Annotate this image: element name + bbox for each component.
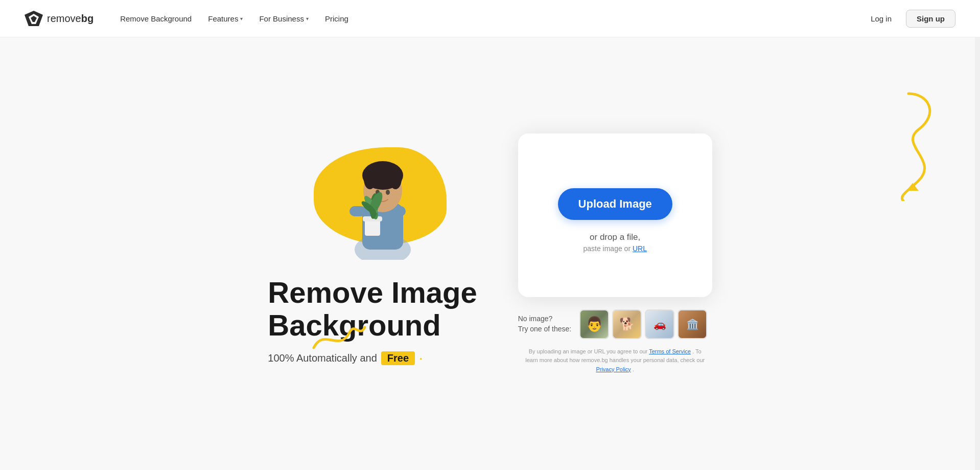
terms-of-service-link[interactable]: Terms of Service — [649, 348, 691, 354]
hero-title: Remove Image Background — [268, 276, 477, 342]
upload-card: Upload Image or drop a file, paste image… — [518, 133, 712, 297]
upload-image-button[interactable]: Upload Image — [558, 188, 672, 220]
signup-button[interactable]: Sign up — [906, 10, 955, 28]
svg-marker-3 — [906, 183, 919, 191]
logo-text: removebg — [47, 13, 94, 25]
left-section: Remove Image Background 100% Automatical… — [268, 142, 477, 366]
hero-person-illustration — [298, 142, 457, 260]
login-button[interactable]: Log in — [862, 10, 900, 27]
sample-thumb-dog[interactable] — [612, 309, 642, 339]
sample-thumb-building[interactable] — [678, 309, 707, 339]
legal-text: By uploading an image or URL you agree t… — [523, 347, 707, 374]
logo[interactable]: removebg — [25, 11, 94, 26]
navbar: removebg Remove Background Features ▾ Fo… — [0, 0, 980, 37]
svg-point-11 — [389, 169, 402, 189]
main-content: Remove Image Background 100% Automatical… — [0, 37, 980, 470]
sample-images — [579, 309, 707, 339]
privacy-policy-link[interactable]: Privacy Policy — [596, 366, 631, 372]
nav-left: removebg Remove Background Features ▾ Fo… — [25, 10, 355, 27]
deco-top-right — [868, 88, 949, 203]
nav-for-business[interactable]: For Business ▾ — [253, 10, 315, 27]
drop-text: or drop a file, — [590, 232, 640, 242]
scrollbar[interactable] — [975, 0, 980, 470]
sample-label: No image? Try one of these: — [518, 314, 572, 334]
bottom-squiggle-decoration — [309, 312, 370, 355]
nav-right: Log in Sign up — [862, 10, 955, 28]
svg-point-10 — [364, 169, 376, 189]
svg-point-13 — [386, 190, 390, 195]
logo-icon — [25, 11, 43, 26]
svg-rect-6 — [349, 206, 366, 216]
nav-links: Remove Background Features ▾ For Busines… — [114, 10, 355, 27]
hero-subtitle: 100% Automatically and Free — [268, 351, 477, 365]
for-business-chevron-icon: ▾ — [306, 16, 309, 21]
sample-thumb-person[interactable] — [579, 309, 609, 339]
nav-features[interactable]: Features ▾ — [202, 10, 249, 27]
url-link[interactable]: URL — [633, 244, 647, 253]
sample-section: No image? Try one of these: — [518, 309, 712, 339]
hero-image-area — [298, 142, 462, 260]
nav-remove-background[interactable]: Remove Background — [114, 10, 198, 27]
sample-thumb-car[interactable] — [645, 309, 674, 339]
paste-text: paste image or URL — [583, 244, 647, 253]
features-chevron-icon: ▾ — [240, 16, 243, 21]
right-section: Upload Image or drop a file, paste image… — [518, 133, 712, 374]
free-badge: Free — [381, 351, 415, 365]
nav-pricing[interactable]: Pricing — [319, 10, 355, 27]
hero-text-section: Remove Image Background 100% Automatical… — [268, 276, 477, 366]
